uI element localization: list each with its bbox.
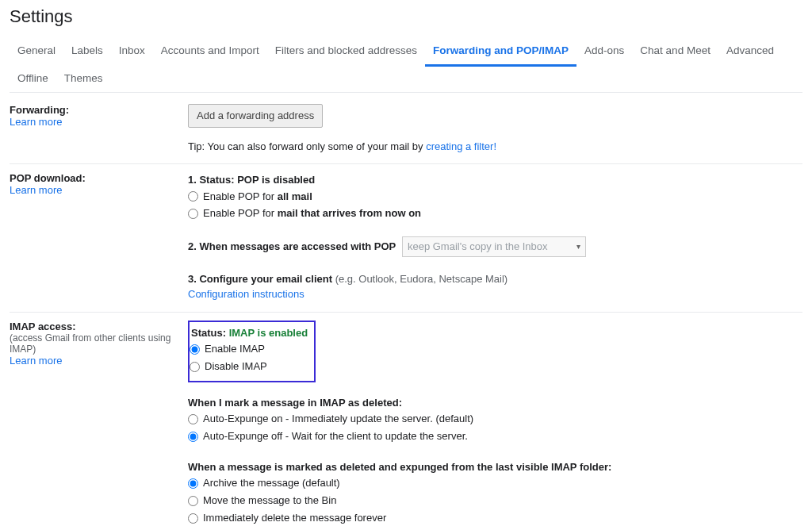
pop-enable-new-radio[interactable]	[188, 209, 198, 219]
tab-themes[interactable]: Themes	[56, 66, 111, 92]
pop-configure-muted: (e.g. Outlook, Eudora, Netscape Mail)	[335, 273, 508, 285]
tab-general[interactable]: General	[10, 38, 63, 66]
pop-accessed-label: 2. When messages are accessed with POP	[188, 240, 396, 252]
imap-disable-label: Disable IMAP	[205, 359, 267, 375]
auto-expunge-on-label: Auto-Expunge on - Immediately update the…	[203, 411, 473, 428]
settings-tabs: General Labels Inbox Accounts and Import…	[10, 38, 802, 93]
forwarding-label: Forwarding:	[10, 104, 183, 116]
tab-filters[interactable]: Filters and blocked addresses	[267, 38, 425, 66]
auto-expunge-off-radio[interactable]	[188, 432, 198, 442]
auto-expunge-on-radio[interactable]	[188, 414, 198, 424]
imap-expunged-header: When a message is marked as deleted and …	[188, 459, 802, 475]
section-imap: IMAP access: (access Gmail from other cl…	[10, 313, 802, 526]
pop-configure-strong: 3. Configure your email client	[188, 273, 335, 285]
pop-label: POP download:	[10, 172, 183, 184]
pop-opt2-bold: mail that arrives from now on	[278, 207, 421, 219]
tab-offline[interactable]: Offline	[10, 66, 56, 92]
expunged-archive-radio[interactable]	[188, 478, 198, 489]
imap-status-prefix: Status:	[191, 327, 229, 339]
expunged-delete-label: Immediately delete the message forever	[203, 510, 386, 526]
expunged-bin-label: Move the message to the Bin	[203, 493, 336, 509]
auto-expunge-off-label: Auto-Expunge off - Wait for the client t…	[203, 428, 468, 445]
tab-addons[interactable]: Add-ons	[576, 38, 632, 66]
page-title: Settings	[10, 6, 802, 27]
pop-action-select[interactable]: keep Gmail's copy in the Inbox ▾	[402, 236, 586, 257]
imap-disable-radio[interactable]	[190, 362, 200, 372]
section-pop: POP download: Learn more 1. Status: POP …	[10, 164, 802, 313]
expunged-archive-label: Archive the message (default)	[203, 475, 340, 492]
tab-forwarding-pop-imap[interactable]: Forwarding and POP/IMAP	[425, 38, 576, 67]
pop-action-select-value: keep Gmail's copy in the Inbox	[408, 239, 548, 255]
tab-inbox[interactable]: Inbox	[111, 38, 153, 66]
pop-opt1-prefix: Enable POP for	[203, 190, 278, 202]
tab-accounts[interactable]: Accounts and Import	[153, 38, 267, 66]
pop-enable-all-radio[interactable]	[188, 191, 198, 202]
imap-status-highlight: Status: IMAP is enabled Enable IMAP Disa…	[188, 321, 316, 382]
chevron-down-icon: ▾	[576, 240, 580, 252]
pop-learn-more-link[interactable]: Learn more	[10, 184, 62, 196]
imap-status-value: IMAP is enabled	[229, 327, 308, 339]
forwarding-learn-more-link[interactable]: Learn more	[10, 116, 62, 128]
pop-status-prefix: 1. Status:	[188, 174, 237, 186]
imap-sublabel: (access Gmail from other clients using I…	[10, 332, 183, 355]
imap-enable-radio[interactable]	[190, 344, 200, 355]
tab-labels[interactable]: Labels	[63, 38, 111, 66]
section-forwarding: Forwarding: Learn more Add a forwarding …	[10, 96, 802, 164]
add-forwarding-address-button[interactable]: Add a forwarding address	[188, 104, 323, 128]
expunged-delete-radio[interactable]	[188, 513, 198, 524]
imap-mark-deleted-header: When I mark a message in IMAP as deleted…	[188, 395, 802, 411]
tab-chat-meet[interactable]: Chat and Meet	[632, 38, 718, 66]
imap-learn-more-link[interactable]: Learn more	[10, 355, 62, 367]
pop-opt2-prefix: Enable POP for	[203, 207, 278, 219]
expunged-bin-radio[interactable]	[188, 496, 198, 506]
pop-status-value: POP is disabled	[237, 174, 315, 186]
pop-opt1-bold: all mail	[278, 190, 312, 202]
tab-advanced[interactable]: Advanced	[718, 38, 782, 66]
imap-label: IMAP access:	[10, 321, 183, 332]
forwarding-tip-text: Tip: You can also forward only some of y…	[188, 140, 426, 152]
imap-enable-label: Enable IMAP	[205, 341, 265, 358]
create-filter-link[interactable]: creating a filter!	[426, 140, 496, 152]
pop-config-instructions-link[interactable]: Configuration instructions	[188, 288, 304, 300]
